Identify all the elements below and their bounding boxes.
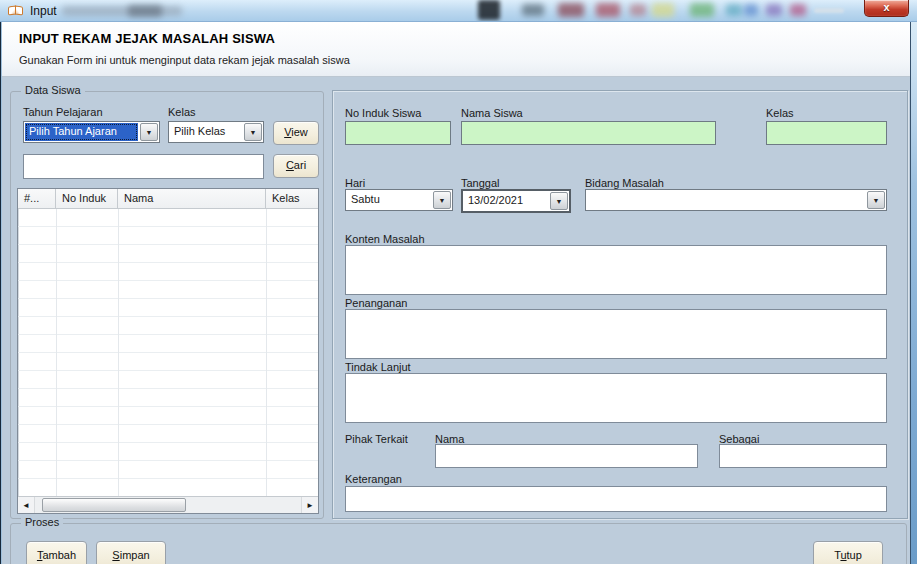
nama-siswa-field[interactable] [461, 121, 716, 145]
close-icon: x [883, 1, 889, 13]
kelas-detail-label: Kelas [766, 107, 794, 119]
horizontal-scrollbar[interactable]: ◄ ► [18, 496, 318, 513]
kelas-filter-value: Pilih Kelas [169, 122, 243, 142]
window-border-right [910, 22, 917, 564]
konten-masalah-textarea[interactable] [345, 245, 887, 295]
bidang-masalah-label: Bidang Masalah [585, 177, 664, 189]
window-title: Input [30, 4, 57, 18]
students-table-header: #... No Induk Nama Kelas [18, 189, 318, 209]
proses-group: Proses Tambah Simpan Tutup [10, 523, 907, 564]
tanggal-value: 13/02/2021 [463, 191, 549, 211]
search-input[interactable] [23, 154, 264, 179]
tindak-lanjut-textarea[interactable] [345, 373, 887, 423]
hari-label: Hari [345, 177, 365, 189]
tindak-lanjut-label: Tindak Lanjut [345, 361, 411, 373]
no-induk-siswa-field[interactable] [345, 121, 451, 145]
hari-value: Sabtu [346, 190, 432, 210]
proses-group-label: Proses [21, 516, 63, 528]
pihak-terkait-label: Pihak Terkait [345, 433, 408, 445]
penanganan-textarea[interactable] [345, 309, 887, 359]
tahun-pelajaran-value: Pilih Tahun Ajaran [25, 123, 138, 141]
bidang-masalah-combobox[interactable]: ▼ [585, 189, 887, 211]
scroll-right-icon[interactable]: ► [301, 497, 318, 513]
app-window: Input x INPUT REKAM JEJAK MASALAH SISWA … [0, 0, 917, 564]
tambah-button[interactable]: Tambah [26, 541, 87, 564]
konten-masalah-label: Konten Masalah [345, 233, 425, 245]
students-table-body[interactable] [18, 209, 318, 496]
tanggal-label: Tanggal [461, 177, 500, 189]
view-button[interactable]: View [273, 121, 319, 145]
pihak-nama-field[interactable] [435, 444, 698, 468]
students-table[interactable]: #... No Induk Nama Kelas ◄ ► [17, 188, 319, 514]
chevron-down-icon[interactable]: ▼ [550, 192, 568, 210]
kelas-detail-field[interactable] [766, 121, 887, 145]
tahun-pelajaran-label: Tahun Pelajaran [23, 106, 103, 118]
simpan-button[interactable]: Simpan [96, 541, 166, 564]
hari-combobox[interactable]: Sabtu ▼ [345, 189, 453, 211]
page-subtitle: Gunakan Form ini untuk menginput data re… [19, 54, 350, 66]
titlebar: Input x [0, 0, 917, 22]
cari-button[interactable]: Cari [273, 154, 319, 178]
close-button[interactable]: x [864, 0, 909, 17]
column-header-no-induk[interactable]: No Induk [56, 189, 118, 208]
tanggal-datepicker[interactable]: 13/02/2021 ▼ [461, 189, 571, 213]
keterangan-field[interactable] [345, 486, 887, 512]
form-content: INPUT REKAM JEJAK MASALAH SISWA Gunakan … [2, 22, 910, 564]
tahun-pelajaran-combobox[interactable]: Pilih Tahun Ajaran ▼ [23, 121, 160, 143]
kelas-filter-combobox[interactable]: Pilih Kelas ▼ [168, 121, 264, 143]
tutup-button[interactable]: Tutup [813, 541, 883, 564]
scrollbar-thumb[interactable] [42, 498, 186, 512]
chevron-down-icon[interactable]: ▼ [140, 123, 158, 141]
chevron-down-icon[interactable]: ▼ [867, 191, 885, 209]
page-title: INPUT REKAM JEJAK MASALAH SISWA [19, 31, 275, 46]
form-header: INPUT REKAM JEJAK MASALAH SISWA Gunakan … [2, 22, 910, 77]
penanganan-label: Penanganan [345, 297, 407, 309]
bidang-masalah-value [586, 190, 866, 210]
column-header-nama[interactable]: Nama [118, 189, 266, 208]
scroll-left-icon[interactable]: ◄ [18, 497, 35, 513]
data-siswa-group: Data Siswa Tahun Pelajaran Kelas Pilih T… [10, 91, 324, 519]
data-siswa-group-label: Data Siswa [21, 84, 85, 96]
chevron-down-icon[interactable]: ▼ [244, 123, 262, 141]
no-induk-siswa-label: No Induk Siswa [345, 107, 421, 119]
detail-form-panel: No Induk Siswa Nama Siswa Kelas Hari Tan… [332, 90, 908, 519]
keterangan-label: Keterangan [345, 473, 402, 485]
column-header-kelas[interactable]: Kelas [266, 189, 318, 208]
sebagai-field[interactable] [719, 444, 887, 468]
nama-siswa-label: Nama Siswa [461, 107, 523, 119]
chevron-down-icon[interactable]: ▼ [433, 191, 451, 209]
book-icon [8, 4, 24, 17]
column-header-number[interactable]: #... [18, 189, 56, 208]
kelas-filter-label: Kelas [168, 106, 196, 118]
